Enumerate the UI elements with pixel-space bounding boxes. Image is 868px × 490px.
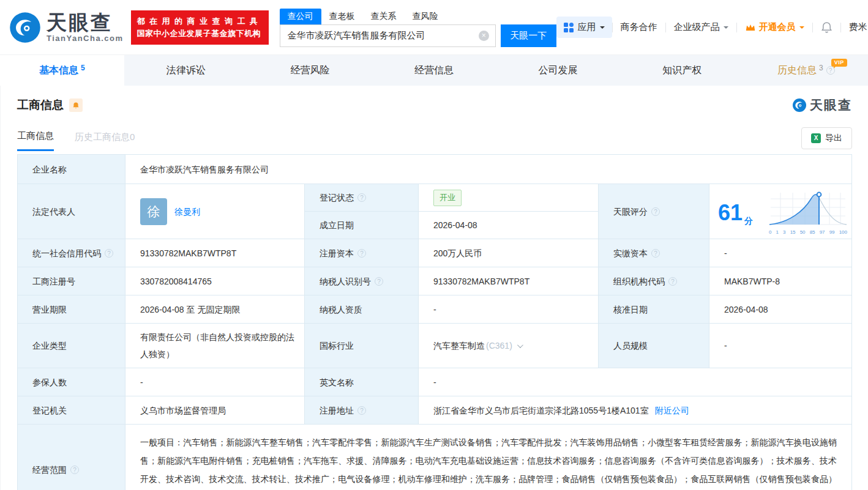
reg-capital-value: 200万人民币 [419,239,599,267]
nearby-companies-link[interactable]: 附近公司 [655,404,689,417]
field-label: 人员规模 [599,324,709,368]
search-tab-relation[interactable]: 查关系 [363,9,405,24]
username: 费米 [849,21,867,33]
section-title: 工商信息 [17,97,64,113]
menu-apps-label: 应用 [578,21,596,33]
field-label: 法定代表人 [18,184,125,239]
field-label: 实缴资本? [599,239,709,267]
chevron-down-icon [724,26,728,31]
menu-open-vip[interactable]: 开通会员 [737,21,812,33]
menu-user[interactable]: 费米 [841,21,868,33]
help-icon[interactable]: ? [357,249,366,258]
field-label: 工商注册号 [18,267,125,295]
search-tab-risk[interactable]: 查风险 [405,9,446,24]
table-row: 营业期限 2026-04-08 至 无固定期限 纳税人资质 - 核准日期 202… [18,295,851,324]
tianyancha-swirl-icon [9,11,42,44]
help-icon[interactable]: ? [375,277,383,286]
tianyancha-logo[interactable]: 天眼查 TianYanCha.com [9,11,124,44]
chevron-down-icon[interactable] [517,342,523,348]
table-row: 法定代表人 徐 徐曼利 登记状态? 开业 成立日期 2026-04-08 [18,184,851,239]
notification-bell-icon[interactable] [813,21,840,34]
tianyancha-swirl-icon [792,98,807,113]
tab-company-development[interactable]: 公司发展 [496,55,620,86]
field-label: 企业类型 [18,324,125,368]
help-icon[interactable]: ? [651,249,660,258]
insured-value: - [125,368,305,396]
taxpayer-quality-value: - [419,295,599,323]
field-label: 经营范围? [18,425,125,490]
vip-badge: VIP [831,59,847,67]
excel-icon: X [811,133,821,143]
help-icon[interactable]: ? [651,207,660,216]
promo-line1: 都在用的商业查询工具 [137,15,263,28]
promo-line2: 国家中小企业发展子基金旗下机构 [137,28,263,40]
tab-operation-info[interactable]: 经营信息 [372,55,496,86]
field-label: 天眼评分? [599,184,709,239]
tab-operation-risk[interactable]: 经营风险 [248,55,372,86]
menu-enterprise-products[interactable]: 企业级产品 [666,21,736,33]
field-label: 登记机关 [18,396,125,424]
establish-date-value: 2026-04-08 [419,212,598,239]
tab-legal-proceedings[interactable]: 法律诉讼 [124,55,249,86]
search-button[interactable]: 天眼一下 [501,24,556,47]
search-area: 查公司 查老板 查关系 查风险 × 天眼一下 [280,7,556,47]
subtab-business-info[interactable]: 工商信息 [17,130,54,151]
field-label: 国标行业 [305,324,419,368]
score-value: 61 [718,200,743,225]
main-content: 工商信息 天眼查 工商信息 历史工商信息0 X 导出 企 [0,86,868,490]
tab-basic-info[interactable]: 基本信息5 [0,55,124,86]
industry-value: 汽车整车制造(C361) [419,324,599,368]
score-cell: 61分 [709,184,851,239]
search-box: × [280,24,496,47]
legal-rep-link[interactable]: 徐曼利 [174,205,200,218]
address-value: 浙江省金华市义乌市后宅街道宗泽北路1055号1楼A101室附近公司 [419,396,851,424]
avatar[interactable]: 徐 [140,198,167,225]
help-icon[interactable]: ? [357,193,366,202]
field-label: 企业名称 [18,155,125,184]
business-info-table: 企业名称 金华市凌跃汽车销售服务有限公司 法定代表人 徐 徐曼利 登记状态? 开… [17,154,852,490]
top-header: 天眼查 TianYanCha.com 都在用的商业查询工具 国家中小企业发展子基… [0,0,868,55]
company-name-value: 金华市凌跃汽车销售服务有限公司 [125,155,851,184]
company-type-value: 有限责任公司（非自然人投资或控股的法人独资） [125,324,305,368]
help-icon[interactable]: ? [70,466,79,474]
help-icon[interactable]: ? [668,277,677,286]
search-tab-company[interactable]: 查公司 [280,9,321,24]
help-icon[interactable]: ? [105,249,113,258]
watermark-logo: 天眼查 [792,97,852,114]
approval-date-value: 2026-04-08 [709,295,851,323]
table-row: 统一社会信用代码? 91330782MAKB7WTP8T 注册资本? 200万人… [18,239,851,267]
score-axis-ticks: 0131550859799100 [768,229,848,235]
field-label: 营业期限 [18,295,125,323]
paid-capital-value: - [709,239,851,267]
staff-size-value: - [709,324,851,368]
field-label: 成立日期 [305,212,419,239]
english-name-value: - [419,368,851,396]
business-term-value: 2026-04-08 至 无固定期限 [125,295,305,323]
search-tab-boss[interactable]: 查老板 [321,9,363,24]
logo-subtitle: TianYanCha.com [47,34,124,43]
tab-history-info[interactable]: VIP 历史信息3 ? [744,55,868,86]
reg-number-value: 330782008414765 [125,267,305,295]
reg-status-value: 开业 [419,184,598,211]
tab-intellectual-property[interactable]: 知识产权 [620,55,744,86]
search-input[interactable] [280,25,476,46]
menu-apps[interactable]: 应用 [556,17,612,38]
status-badge: 开业 [433,190,462,206]
apps-grid-icon [564,23,574,32]
reg-authority-value: 义乌市市场监督管理局 [125,396,305,424]
chevron-down-icon [600,26,605,31]
company-nav-tabs: 基本信息5 法律诉讼 经营风险 经营信息 公司发展 知识产权 VIP 历史信息3… [0,55,868,86]
field-label: 注册地址? [305,396,419,424]
clear-icon[interactable]: × [479,31,489,41]
field-label: 参保人数 [18,368,125,396]
menu-cooperation[interactable]: 商务合作 [613,21,665,33]
export-button[interactable]: X 导出 [801,127,852,149]
table-row: 企业名称 金华市凌跃汽车销售服务有限公司 [18,155,851,184]
field-label: 登记状态? [305,184,419,211]
subtab-history-business-info[interactable]: 历史工商信息0 [75,132,135,150]
legal-rep-cell: 徐 徐曼利 [125,184,305,239]
field-label: 注册资本? [305,239,419,267]
monitor-bell-icon[interactable] [69,98,83,112]
help-icon[interactable]: ? [357,406,366,415]
field-label: 组织机构代码? [599,267,709,295]
